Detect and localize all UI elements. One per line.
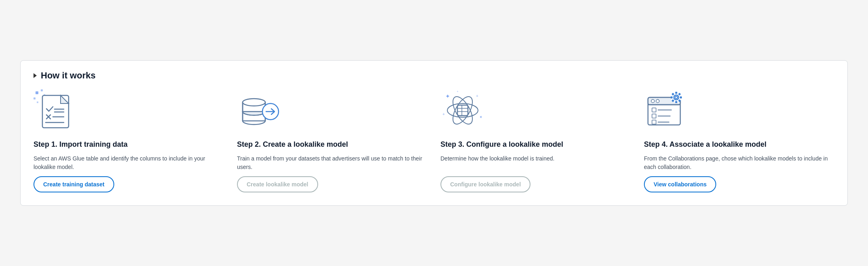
panel-header: How it works	[34, 70, 834, 81]
step2-title: Step 2. Create a lookalike model	[237, 140, 428, 149]
how-it-works-panel: How it works	[20, 60, 848, 205]
svg-text:+: +	[457, 90, 459, 93]
svg-point-42	[656, 99, 659, 103]
svg-rect-58	[671, 97, 673, 99]
svg-text:✦: ✦	[445, 93, 450, 99]
svg-point-23	[243, 99, 265, 106]
view-collaborations-button[interactable]: View collaborations	[644, 176, 716, 192]
svg-rect-56	[675, 101, 677, 103]
svg-rect-34	[457, 105, 468, 116]
svg-rect-52	[675, 92, 677, 94]
step3-title: Step 3. Configure a lookalike model	[440, 140, 631, 149]
panel-title: How it works	[41, 70, 96, 81]
step3-icon: ✦ + + ✦ +	[440, 91, 631, 135]
svg-rect-4	[37, 101, 38, 103]
create-lookalike-model-button: Create lookalike model	[237, 176, 318, 192]
create-training-dataset-button[interactable]: Create training dataset	[34, 176, 114, 192]
step1-description: Select an AWS Glue table and identify th…	[34, 154, 224, 171]
step-card-1: Step 1. Import training data Select an A…	[34, 91, 224, 192]
steps-grid: Step 1. Import training data Select an A…	[34, 91, 834, 192]
svg-point-51	[675, 96, 677, 99]
svg-text:+: +	[476, 94, 478, 98]
collapse-icon[interactable]	[34, 73, 37, 78]
step2-icon	[237, 91, 428, 135]
step1-icon	[34, 91, 224, 135]
svg-text:+: +	[442, 112, 445, 116]
step3-description: Determine how the lookalike model is tra…	[440, 154, 631, 171]
step4-description: From the Collaborations page, chose whic…	[644, 154, 834, 171]
svg-point-41	[651, 99, 654, 103]
step4-title: Step 4. Associate a lookalike model	[644, 140, 834, 149]
step-card-2: Step 2. Create a lookalike model Train a…	[237, 91, 428, 192]
svg-rect-0	[36, 91, 38, 94]
step4-icon	[644, 91, 834, 135]
step2-description: Train a model from your datasets that ad…	[237, 154, 428, 171]
step-card-3: ✦ + + ✦ + Step 3. Configure	[440, 91, 631, 192]
svg-rect-2	[34, 97, 36, 99]
svg-rect-54	[680, 97, 682, 99]
step-card-4: Step 4. Associate a lookalike model From…	[644, 91, 834, 192]
svg-text:✦: ✦	[479, 115, 482, 119]
configure-lookalike-model-button: Configure lookalike model	[440, 176, 530, 192]
step1-title: Step 1. Import training data	[34, 140, 224, 149]
svg-rect-1	[41, 89, 43, 91]
